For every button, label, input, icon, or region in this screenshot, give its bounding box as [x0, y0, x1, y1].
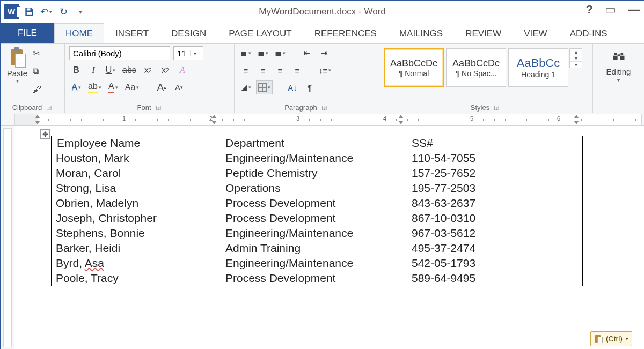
table-cell[interactable]: 157-25-7652: [407, 166, 583, 181]
grow-font-button[interactable]: A▴: [155, 80, 169, 94]
scroll-down-icon[interactable]: ▾: [570, 55, 582, 62]
bullets-button[interactable]: ≣▾: [239, 46, 253, 60]
style--normal[interactable]: AaBbCcDc¶ Normal: [384, 48, 444, 87]
decrease-indent-button[interactable]: ⇤: [300, 46, 314, 60]
styles-more-icon[interactable]: ▾: [570, 62, 582, 68]
ribbon-display-button[interactable]: ▭: [605, 4, 616, 16]
table-move-handle[interactable]: ✥: [40, 129, 50, 139]
qat-customize-button[interactable]: ▾: [74, 5, 87, 19]
font-launcher[interactable]: ◲: [155, 104, 162, 111]
clipboard-launcher[interactable]: ◲: [45, 104, 53, 111]
table-cell[interactable]: Process Development: [221, 211, 407, 226]
table-cell[interactable]: Process Development: [221, 271, 407, 286]
align-left-button[interactable]: ≡: [239, 63, 253, 77]
table-cell[interactable]: Process Development: [221, 196, 407, 211]
highlight-button[interactable]: ab▾: [86, 80, 103, 94]
underline-button[interactable]: U▾: [104, 63, 118, 77]
clear-formatting-button[interactable]: A: [175, 63, 189, 77]
table-cell[interactable]: Poole, Tracy: [52, 271, 221, 286]
superscript-button[interactable]: x2: [158, 63, 172, 77]
horizontal-ruler[interactable]: 1234567: [14, 114, 642, 125]
tab-add-ins[interactable]: ADD-INS: [559, 23, 619, 43]
table-cell[interactable]: Strong, Lisa: [52, 181, 221, 196]
italic-button[interactable]: I: [86, 63, 100, 77]
tab-references[interactable]: REFERENCES: [303, 23, 388, 43]
table-cell[interactable]: 495-37-2474: [407, 241, 583, 256]
table-cell[interactable]: Moran, Carol: [52, 166, 221, 181]
paste-options-button[interactable]: (Ctrl) ▾: [590, 331, 632, 346]
table-cell[interactable]: Byrd, Asa: [52, 256, 221, 271]
table-cell[interactable]: 110-54-7055: [407, 151, 583, 166]
help-button[interactable]: ?: [586, 4, 593, 16]
align-right-button[interactable]: ≡: [273, 63, 287, 77]
table-header-cell[interactable]: SS#: [407, 136, 583, 151]
table-row[interactable]: Barker, HeidiAdmin Training495-37-2474: [52, 241, 583, 256]
table-cell[interactable]: 195-77-2503: [407, 181, 583, 196]
undo-button[interactable]: ↶▾: [39, 5, 53, 19]
font-name-input[interactable]: [70, 47, 178, 60]
align-center-button[interactable]: ≡: [256, 63, 270, 77]
numbering-button[interactable]: ≣▾: [256, 46, 270, 60]
font-name-combo[interactable]: ▾: [69, 46, 170, 60]
style--no-spac-[interactable]: AaBbCcDc¶ No Spac...: [446, 48, 506, 87]
minimize-button[interactable]: —: [628, 4, 640, 16]
copy-button[interactable]: ⧉: [33, 66, 45, 78]
document-page[interactable]: ✥ Employee NameDepartmentSS#Houston, Mar…: [14, 126, 644, 349]
table-row[interactable]: Houston, MarkEngineering/Maintenance110-…: [52, 151, 583, 166]
shrink-font-button[interactable]: A▾: [172, 80, 186, 94]
table-row[interactable]: Strong, LisaOperations195-77-2503: [52, 181, 583, 196]
table-row[interactable]: Joseph, ChristopherProcess Development86…: [52, 211, 583, 226]
table-cell[interactable]: 542-05-1793: [407, 256, 583, 271]
tab-home[interactable]: HOME: [54, 23, 104, 43]
format-painter-button[interactable]: 🖌: [33, 85, 45, 96]
tab-page-layout[interactable]: PAGE LAYOUT: [217, 23, 303, 43]
table-cell[interactable]: 589-64-9495: [407, 271, 583, 286]
font-size-combo[interactable]: ▾: [173, 46, 203, 60]
table-cell[interactable]: Engineering/Maintenance: [221, 226, 407, 241]
table-header-cell[interactable]: Employee Name: [52, 136, 221, 151]
bold-button[interactable]: B: [69, 63, 83, 77]
cut-button[interactable]: ✂: [33, 48, 45, 60]
table-cell[interactable]: Operations: [221, 181, 407, 196]
increase-indent-button[interactable]: ⇥: [317, 46, 331, 60]
table-header-row[interactable]: Employee NameDepartmentSS#: [52, 136, 583, 151]
paste-button[interactable]: Paste ▾: [5, 46, 30, 84]
table-cell[interactable]: Stephens, Bonnie: [52, 226, 221, 241]
scroll-up-icon[interactable]: ▴: [570, 49, 582, 55]
font-color-button[interactable]: A▾: [106, 80, 120, 94]
table-row[interactable]: Byrd, AsaEngineering/Maintenance542-05-1…: [52, 256, 583, 271]
paragraph-launcher[interactable]: ◲: [320, 104, 328, 111]
tab-mailings[interactable]: MAILINGS: [388, 23, 454, 43]
table-cell[interactable]: Houston, Mark: [52, 151, 221, 166]
table-cell[interactable]: 967-03-5612: [407, 226, 583, 241]
table-row[interactable]: Moran, CarolPeptide Chemistry157-25-7652: [52, 166, 583, 181]
multilevel-button[interactable]: ≣▾: [273, 46, 287, 60]
show-marks-button[interactable]: ¶: [303, 80, 317, 94]
justify-button[interactable]: ≡: [290, 63, 304, 77]
table-cell[interactable]: Obrien, Madelyn: [52, 196, 221, 211]
table-row[interactable]: Obrien, MadelynProcess Development843-63…: [52, 196, 583, 211]
change-case-button[interactable]: Aa▾: [123, 80, 141, 94]
table-header-cell[interactable]: Department: [221, 136, 407, 151]
line-spacing-button[interactable]: ↕≡▾: [317, 63, 333, 77]
redo-button[interactable]: ↻: [56, 5, 70, 19]
vertical-ruler[interactable]: [1, 126, 14, 349]
table-row[interactable]: Poole, TracyProcess Development589-64-94…: [52, 271, 583, 286]
font-size-input[interactable]: [174, 47, 190, 60]
employee-table[interactable]: Employee NameDepartmentSS#Houston, MarkE…: [51, 136, 583, 286]
borders-button[interactable]: ▾: [256, 80, 273, 94]
tab-design[interactable]: DESIGN: [160, 23, 217, 43]
table-cell[interactable]: Joseph, Christopher: [52, 211, 221, 226]
table-row[interactable]: Stephens, BonnieEngineering/Maintenance9…: [52, 226, 583, 241]
table-cell[interactable]: 843-63-2637: [407, 196, 583, 211]
tab-file[interactable]: FILE: [1, 23, 54, 43]
chevron-down-icon[interactable]: ▾: [617, 77, 620, 83]
table-cell[interactable]: Peptide Chemistry: [221, 166, 407, 181]
style-heading-1[interactable]: AaBbCcHeading 1: [508, 48, 568, 87]
table-cell[interactable]: Engineering/Maintenance: [221, 151, 407, 166]
tab-insert[interactable]: INSERT: [104, 23, 160, 43]
table-cell[interactable]: 867-10-0310: [407, 211, 583, 226]
chevron-down-icon[interactable]: ▾: [190, 50, 200, 56]
sort-button[interactable]: A↓: [286, 80, 299, 94]
styles-launcher[interactable]: ◲: [493, 104, 500, 111]
